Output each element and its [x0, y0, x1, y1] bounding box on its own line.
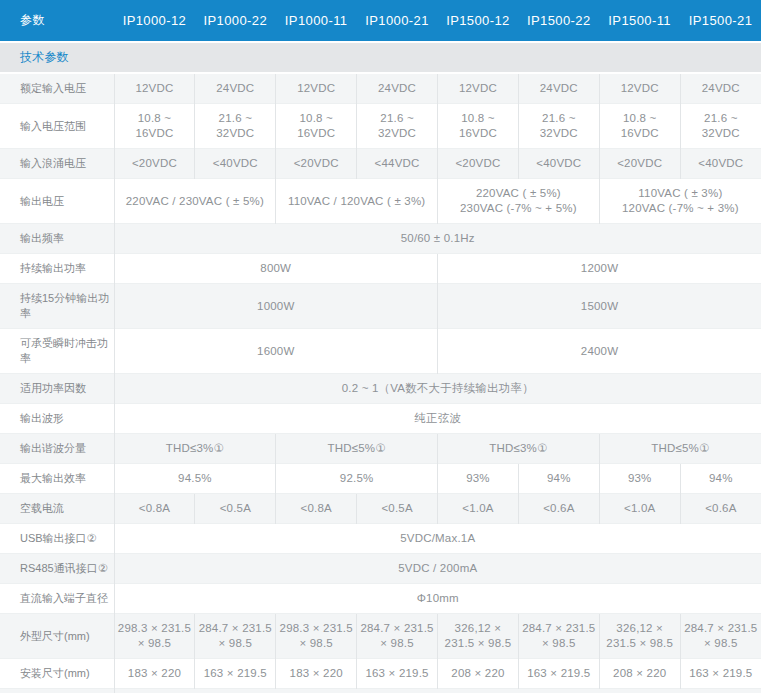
spec-value: 298.3 × 231.5 × 98.5 [276, 614, 357, 659]
spec-label: 输入浪涌电压 [0, 149, 114, 179]
spec-value: 284.7 × 231.5 × 98.5 [680, 614, 761, 659]
spec-value: 10.8 ~ 16VDC [599, 104, 680, 149]
model-column-header: IP1000-12 [114, 0, 195, 42]
spec-value: THD≤3%① [438, 434, 600, 464]
spec-value: <44VDC [357, 149, 438, 179]
spec-value: 24VDC [518, 73, 599, 104]
spec-value: 163 × 219.5 [518, 659, 599, 689]
spec-label: 输入电压范围 [0, 104, 114, 149]
spec-value: <20VDC [114, 149, 195, 179]
model-column-header: IP1000-21 [357, 0, 438, 42]
spec-row: 直流输入端子直径Φ10mm [0, 584, 761, 614]
spec-label: 可承受瞬时冲击功率 [0, 329, 114, 374]
model-column-header: IP1000-11 [276, 0, 357, 42]
spec-row: 输出频率50/60 ± 0.1Hz [0, 224, 761, 254]
spec-value: 298.3 × 231.5 × 98.5 [114, 614, 195, 659]
spec-value: THD≤5%① [599, 434, 761, 464]
model-column-header: IP1500-22 [518, 0, 599, 42]
spec-value: 1000W [114, 284, 438, 329]
spec-value: 94% [680, 464, 761, 494]
spec-value: 50/60 ± 0.1Hz [114, 224, 761, 254]
spec-row: 最大输出效率94.5%92.5%93%94%93%94% [0, 464, 761, 494]
spec-row: 输出波形纯正弦波 [0, 404, 761, 434]
spec-value: 92.5% [276, 464, 438, 494]
spec-value: 208 × 220 [599, 659, 680, 689]
spec-value: 800W [114, 254, 438, 284]
spec-row: 适用功率因数0.2 ~ 1（VA数不大于持续输出功率） [0, 374, 761, 404]
spec-row: 持续输出功率800W1200W [0, 254, 761, 284]
spec-value: 5VDC/Max.1A [114, 524, 761, 554]
spec-label: 输出谐波分量 [0, 434, 114, 464]
spec-value: 0.2 ~ 1（VA数不大于持续输出功率） [114, 374, 761, 404]
spec-label: 持续15分钟输出功率 [0, 284, 114, 329]
spec-value: 94.5% [114, 464, 276, 494]
spec-value: 110VAC / 120VAC ( ± 3%) [276, 179, 438, 224]
spec-label: 空载电流 [0, 494, 114, 524]
spec-row: 额定输入电压12VDC24VDC12VDC24VDC12VDC24VDC12VD… [0, 73, 761, 104]
spec-value: 10.8 ~ 16VDC [438, 104, 519, 149]
spec-value: THD≤5%① [276, 434, 438, 464]
spec-label: 适用功率因数 [0, 374, 114, 404]
spec-value: 1500W [438, 284, 761, 329]
spec-value: <1.0A [438, 494, 519, 524]
spec-label: 安装尺寸(mm) [0, 659, 114, 689]
spec-value: <40VDC [195, 149, 276, 179]
spec-row: RS485通讯接口②5VDC / 200mA [0, 554, 761, 584]
spec-value: 21.6 ~ 32VDC [195, 104, 276, 149]
spec-value: <0.8A [276, 494, 357, 524]
spec-row: USB输出接口②5VDC/Max.1A [0, 524, 761, 554]
spec-value: 284.7 × 231.5 × 98.5 [518, 614, 599, 659]
spec-value: 2400W [438, 329, 761, 374]
spec-row: 可承受瞬时冲击功率1600W2400W [0, 329, 761, 374]
section-row: 技术参数 [0, 42, 761, 73]
spec-label: 直流输入端子直径 [0, 584, 114, 614]
spec-value: 10.8 ~ 16VDC [276, 104, 357, 149]
spec-value: 24VDC [680, 73, 761, 104]
spec-value: 94% [518, 464, 599, 494]
spec-value: 21.6 ~ 32VDC [680, 104, 761, 149]
spec-value: 纯正弦波 [114, 404, 761, 434]
spec-label: 外型尺寸(mm) [0, 614, 114, 659]
spec-row: 外型尺寸(mm)298.3 × 231.5 × 98.5284.7 × 231.… [0, 614, 761, 659]
model-column-header: IP1500-12 [438, 0, 519, 42]
spec-value: <0.8A [114, 494, 195, 524]
spec-value: 284.7 × 231.5 × 98.5 [357, 614, 438, 659]
spec-value: 10.8 ~ 16VDC [114, 104, 195, 149]
model-header-row: 参数 IP1000-12IP1000-22IP1000-11IP1000-21I… [0, 0, 761, 42]
spec-value: Φ5.5mm [114, 689, 761, 693]
spec-value: THD≤3%① [114, 434, 276, 464]
spec-label: RS485通讯接口② [0, 554, 114, 584]
spec-label: 输出电压 [0, 179, 114, 224]
spec-value: 183 × 220 [276, 659, 357, 689]
spec-label: 输出频率 [0, 224, 114, 254]
spec-value: 24VDC [357, 73, 438, 104]
spec-value: 326,12 × 231.5 × 98.5 [599, 614, 680, 659]
spec-sheet-page: 参数 IP1000-12IP1000-22IP1000-11IP1000-21I… [0, 0, 761, 693]
spec-row: 安装孔直径Φ5.5mm [0, 689, 761, 693]
spec-value: <0.6A [518, 494, 599, 524]
spec-value: <20VDC [599, 149, 680, 179]
spec-value: 220VAC / 230VAC ( ± 5%) [114, 179, 276, 224]
spec-value: <0.5A [195, 494, 276, 524]
spec-label: 最大输出效率 [0, 464, 114, 494]
spec-value: 21.6 ~ 32VDC [357, 104, 438, 149]
spec-label: 安装孔直径 [0, 689, 114, 693]
spec-row: 输入电压范围10.8 ~ 16VDC21.6 ~ 32VDC10.8 ~ 16V… [0, 104, 761, 149]
spec-value: <20VDC [276, 149, 357, 179]
spec-value: 163 × 219.5 [195, 659, 276, 689]
spec-value: 1200W [438, 254, 761, 284]
spec-value: 5VDC / 200mA [114, 554, 761, 584]
spec-value: 220VAC ( ± 5%) 230VAC (-7% ~ + 5%) [438, 179, 600, 224]
spec-value: 183 × 220 [114, 659, 195, 689]
spec-row: 持续15分钟输出功率1000W1500W [0, 284, 761, 329]
spec-label: 额定输入电压 [0, 73, 114, 104]
spec-value: <40VDC [518, 149, 599, 179]
spec-row: 输出谐波分量THD≤3%①THD≤5%①THD≤3%①THD≤5%① [0, 434, 761, 464]
param-column-header: 参数 [0, 0, 114, 42]
spec-value: Φ10mm [114, 584, 761, 614]
spec-value: 21.6 ~ 32VDC [518, 104, 599, 149]
spec-value: 12VDC [114, 73, 195, 104]
model-column-header: IP1500-21 [680, 0, 761, 42]
spec-value: 24VDC [195, 73, 276, 104]
spec-value: <0.5A [357, 494, 438, 524]
